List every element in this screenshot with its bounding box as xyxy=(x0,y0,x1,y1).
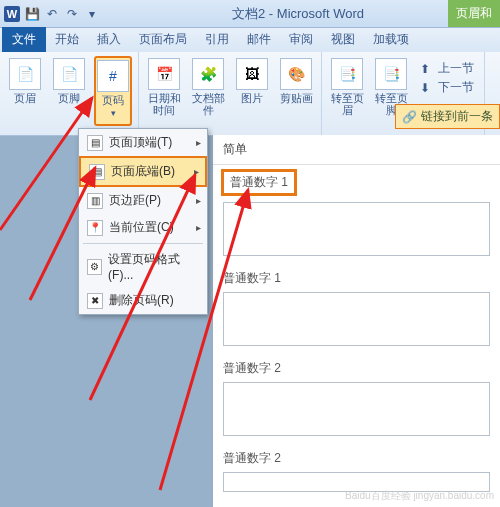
dd-remove-label: 删除页码(R) xyxy=(109,292,174,309)
quick-access-toolbar: 💾 ↶ ↷ ▾ xyxy=(24,6,100,22)
datetime-label: 日期和时间 xyxy=(145,92,183,116)
page-top-icon: ▤ xyxy=(87,135,103,151)
page-number-gallery: 简单 普通数字 1 普通数字 1 普通数字 2 普通数字 2 xyxy=(212,135,500,507)
tab-mail[interactable]: 邮件 xyxy=(238,27,280,52)
clipart-label: 剪贴画 xyxy=(280,92,313,104)
header-icon: 📄 xyxy=(9,58,41,90)
submenu-arrow-icon: ▸ xyxy=(196,195,201,206)
link-icon: 🔗 xyxy=(402,110,417,124)
undo-icon[interactable]: ↶ xyxy=(44,6,60,22)
gallery-preview-2[interactable] xyxy=(223,382,490,436)
gallery-item-plain2[interactable]: 普通数字 2 xyxy=(213,354,500,380)
contextual-tab-header-footer[interactable]: 页眉和 xyxy=(448,0,500,27)
goto-header-label: 转至页眉 xyxy=(328,92,366,116)
qat-dropdown-icon[interactable]: ▾ xyxy=(84,6,100,22)
gallery-preview-1[interactable] xyxy=(223,202,490,256)
clipart-button[interactable]: 🎨 剪贴画 xyxy=(277,56,315,126)
redo-icon[interactable]: ↷ xyxy=(64,6,80,22)
page-number-dropdown: ▤页面顶端(T)▸ ▤页面底端(B)▸ ▥页边距(P)▸ 📍当前位置(C)▸ ⚙… xyxy=(78,128,208,315)
tab-insert[interactable]: 插入 xyxy=(88,27,130,52)
dd-page-margin[interactable]: ▥页边距(P)▸ xyxy=(79,187,207,214)
tab-addin[interactable]: 加载项 xyxy=(364,27,418,52)
dd-current-label: 当前位置(C) xyxy=(109,219,174,236)
next-label: 下一节 xyxy=(438,79,474,96)
goto-header-button[interactable]: 📑 转至页眉 xyxy=(328,56,366,126)
footer-label: 页脚 xyxy=(58,92,80,104)
page-number-label: 页码 xyxy=(102,94,124,106)
ribbon: 📄 页眉 📄 页脚 # 页码 ▾ 📅 日期和时间 🧩 文档部件 🖼 图片 🎨 剪… xyxy=(0,52,500,136)
doc-parts-label: 文档部件 xyxy=(189,92,227,116)
dd-format[interactable]: ⚙设置页码格式(F)... xyxy=(79,246,207,287)
header-label: 页眉 xyxy=(14,92,36,104)
up-arrow-icon: ⬆ xyxy=(420,62,434,76)
page-bottom-icon: ▤ xyxy=(89,164,105,180)
remove-icon: ✖ xyxy=(87,293,103,309)
page-number-button[interactable]: # 页码 ▾ xyxy=(94,56,132,126)
next-section[interactable]: ⬇下一节 xyxy=(420,79,474,96)
tab-layout[interactable]: 页面布局 xyxy=(130,27,196,52)
doc-parts-button[interactable]: 🧩 文档部件 xyxy=(189,56,227,126)
gallery-item-plain1[interactable]: 普通数字 1 xyxy=(221,169,297,196)
tab-review[interactable]: 审阅 xyxy=(280,27,322,52)
dd-bottom-label: 页面底端(B) xyxy=(111,163,175,180)
page-number-icon: # xyxy=(97,60,129,92)
picture-button[interactable]: 🖼 图片 xyxy=(233,56,271,126)
dd-margin-label: 页边距(P) xyxy=(109,192,161,209)
submenu-arrow-icon: ▸ xyxy=(196,222,201,233)
dd-top-label: 页面顶端(T) xyxy=(109,134,172,151)
group-header-footer: 📄 页眉 📄 页脚 # 页码 ▾ xyxy=(0,52,139,135)
ribbon-tabs: 文件 开始 插入 页面布局 引用 邮件 审阅 视图 加载项 xyxy=(0,28,500,52)
goto-header-icon: 📑 xyxy=(331,58,363,90)
dd-remove[interactable]: ✖删除页码(R) xyxy=(79,287,207,314)
dd-page-top[interactable]: ▤页面顶端(T)▸ xyxy=(79,129,207,156)
footer-button[interactable]: 📄 页脚 xyxy=(50,56,88,126)
prev-label: 上一节 xyxy=(438,60,474,77)
header-button[interactable]: 📄 页眉 xyxy=(6,56,44,126)
submenu-arrow-icon: ▸ xyxy=(194,166,199,177)
group-insert: 📅 日期和时间 🧩 文档部件 🖼 图片 🎨 剪贴画 xyxy=(139,52,322,135)
current-pos-icon: 📍 xyxy=(87,220,103,236)
calendar-icon: 📅 xyxy=(148,58,180,90)
gallery-preview-1b[interactable] xyxy=(223,292,490,346)
clipart-icon: 🎨 xyxy=(280,58,312,90)
watermark: Baidu百度经验 jingyan.baidu.com xyxy=(345,489,494,503)
down-arrow-icon: ⬇ xyxy=(420,81,434,95)
format-icon: ⚙ xyxy=(87,259,102,275)
link-to-previous[interactable]: 🔗 链接到前一条 xyxy=(395,104,500,129)
dd-page-bottom[interactable]: ▤页面底端(B)▸ xyxy=(79,156,207,187)
dd-format-label: 设置页码格式(F)... xyxy=(108,251,199,282)
dd-current-pos[interactable]: 📍当前位置(C)▸ xyxy=(79,214,207,241)
footer-icon: 📄 xyxy=(53,58,85,90)
tab-view[interactable]: 视图 xyxy=(322,27,364,52)
parts-icon: 🧩 xyxy=(192,58,224,90)
gallery-section-simple: 简单 xyxy=(213,135,500,165)
tab-references[interactable]: 引用 xyxy=(196,27,238,52)
save-icon[interactable]: 💾 xyxy=(24,6,40,22)
gallery-item-plain2b[interactable]: 普通数字 2 xyxy=(213,444,500,470)
title-bar: W 💾 ↶ ↷ ▾ 文档2 - Microsoft Word 页眉和 xyxy=(0,0,500,28)
dropdown-separator xyxy=(83,243,203,244)
gallery-item-plain1b[interactable]: 普通数字 1 xyxy=(213,264,500,290)
chevron-down-icon: ▾ xyxy=(111,108,116,118)
prev-section[interactable]: ⬆上一节 xyxy=(420,60,474,77)
goto-footer-icon: 📑 xyxy=(375,58,407,90)
link-label: 链接到前一条 xyxy=(421,108,493,125)
tab-file[interactable]: 文件 xyxy=(2,27,46,52)
tab-home[interactable]: 开始 xyxy=(46,27,88,52)
picture-icon: 🖼 xyxy=(236,58,268,90)
page-margin-icon: ▥ xyxy=(87,193,103,209)
picture-label: 图片 xyxy=(241,92,263,104)
datetime-button[interactable]: 📅 日期和时间 xyxy=(145,56,183,126)
submenu-arrow-icon: ▸ xyxy=(196,137,201,148)
window-title: 文档2 - Microsoft Word xyxy=(100,5,496,23)
app-icon: W xyxy=(4,6,20,22)
